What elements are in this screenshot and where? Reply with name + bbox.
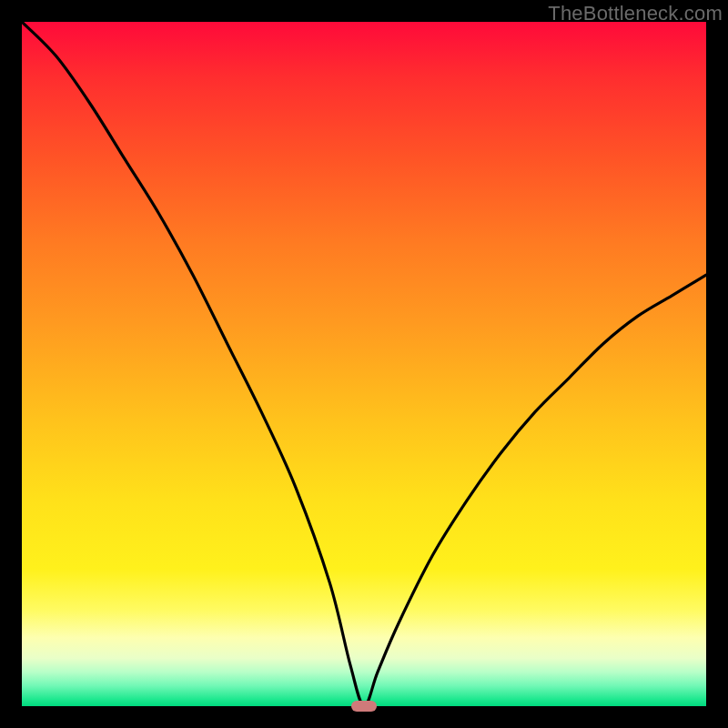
watermark-text: TheBottleneck.com: [548, 2, 723, 25]
minimum-marker: [351, 701, 376, 712]
chart-frame: TheBottleneck.com: [0, 0, 728, 728]
plot-area: [22, 22, 706, 706]
curve-path: [22, 22, 706, 706]
bottleneck-curve: [22, 22, 706, 706]
